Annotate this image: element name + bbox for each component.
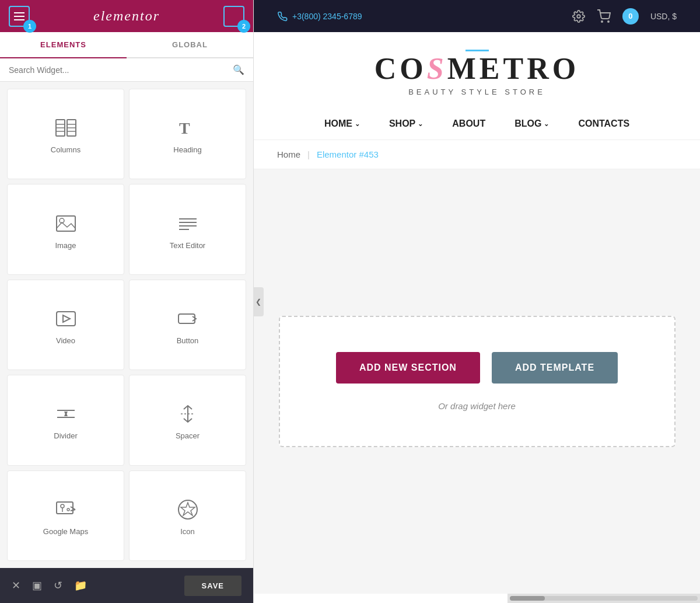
search-icon: 🔍 [233,64,244,75]
panel-header: elementor [0,0,253,32]
left-panel: elementor 1 2 ELEMENTS GLOBAL 🔍 [0,0,254,603]
scrollbar-thumb[interactable] [510,596,545,601]
breadcrumb-separator: | [307,149,310,159]
cta-buttons: ADD NEW SECTION ADD TEMPLATE [336,352,618,384]
svg-rect-17 [178,314,195,323]
nav-contacts[interactable]: CONTACTS [578,118,629,129]
svg-point-32 [608,21,609,22]
site-header: +3(800) 2345-6789 0 USD, $ [254,0,700,32]
widget-image[interactable]: Image [7,184,124,274]
nav-home[interactable]: HOME ⌄ [324,118,360,129]
site-phone: +3(800) 2345-6789 [277,11,362,22]
svg-rect-15 [57,312,75,326]
nav-about[interactable]: ABOUT [452,118,485,129]
nav-blog[interactable]: BLOG ⌄ [514,118,549,129]
breadcrumb: Home | Elementor #453 [254,140,700,169]
widget-icon-label: Icon [180,527,195,536]
spacer-icon [176,402,200,426]
nav-shop[interactable]: SHOP ⌄ [389,118,423,129]
google-maps-icon [54,498,78,521]
drag-hint: Or drag widget here [438,401,516,411]
collapse-panel-handle[interactable]: ❮ [253,287,264,316]
save-button[interactable]: SAVE [184,576,242,596]
image-icon [54,212,78,235]
close-icon[interactable]: ✕ [12,579,20,592]
svg-point-31 [601,21,603,22]
nav-shop-chevron: ⌄ [418,120,423,128]
svg-point-30 [577,15,580,18]
scrollbar-track [510,596,698,601]
phone-icon [277,11,288,22]
icon-widget-icon [176,498,200,521]
svg-text:T: T [179,119,190,137]
history-icon[interactable]: ↺ [54,579,62,592]
widget-divider-label: Divider [54,431,77,440]
cart-icon[interactable] [597,9,611,23]
svg-rect-9 [57,216,75,231]
button-icon [176,307,200,330]
nav-home-chevron: ⌄ [355,120,360,128]
heading-icon: T [176,116,200,140]
cart-count-badge: 0 [622,8,639,25]
nav-blog-chevron: ⌄ [544,120,549,128]
widget-heading-label: Heading [173,145,201,154]
widget-text-editor[interactable]: Text Editor [129,184,246,274]
widget-button[interactable]: Button [129,280,246,370]
breadcrumb-home[interactable]: Home [277,149,300,159]
svg-rect-25 [57,502,73,514]
site-logo-text: COSMETRO [374,54,579,84]
phone-number: +3(800) 2345-6789 [292,12,362,21]
elementor-logo: elementor [93,8,160,24]
add-template-button[interactable]: ADD TEMPLATE [492,352,618,384]
drop-zone[interactable]: ADD NEW SECTION ADD TEMPLATE Or drag wid… [279,316,676,447]
video-icon [54,307,78,330]
responsive-icon[interactable]: ▣ [32,579,42,592]
search-input[interactable] [9,65,233,75]
tab-elements[interactable]: ELEMENTS [0,32,127,57]
search-bar: 🔍 [0,58,253,82]
svg-point-26 [61,504,64,508]
widget-heading[interactable]: T Heading [129,89,246,179]
widget-google-maps[interactable]: Google Maps [7,470,124,561]
widget-video-label: Video [56,336,75,345]
settings-icon[interactable] [572,10,585,23]
widget-columns-label: Columns [51,145,80,154]
badge-1: 1 [23,20,36,33]
currency-display: USD, $ [650,12,677,21]
site-nav: HOME ⌄ SHOP ⌄ ABOUT BLOG ⌄ CONTACTS [254,108,700,140]
widget-google-maps-label: Google Maps [43,527,88,536]
svg-marker-29 [181,503,195,515]
widget-spacer-label: Spacer [176,431,200,440]
widget-image-label: Image [55,241,76,250]
widget-grid: Columns T Heading Image [0,82,253,568]
bottom-toolbar: ✕ ▣ ↺ 📁 SAVE [0,568,253,603]
columns-icon [54,116,78,140]
widget-button-label: Button [177,336,199,345]
logo-underline [466,50,489,51]
svg-point-27 [67,508,69,511]
header-actions: 0 USD, $ [572,8,677,25]
canvas-area: +3(800) 2345-6789 0 USD, $ COSMETRO BEAU… [254,0,700,603]
site-logo-section: COSMETRO BEAUTY STYLE STORE [254,32,700,108]
widget-video[interactable]: Video [7,280,124,370]
widget-columns[interactable]: Columns [7,89,124,179]
breadcrumb-current: Elementor #453 [317,149,379,159]
widget-spacer[interactable]: Spacer [129,375,246,465]
tab-global[interactable]: GLOBAL [127,32,253,57]
widget-divider[interactable]: Divider [7,375,124,465]
widget-icon[interactable]: Icon [129,470,246,561]
panel-tabs: ELEMENTS GLOBAL [0,32,253,58]
divider-icon [54,402,78,426]
widget-text-editor-label: Text Editor [170,241,205,250]
folder-icon[interactable]: 📁 [74,579,87,592]
add-new-section-button[interactable]: ADD NEW SECTION [336,352,480,384]
site-logo-subtitle: BEAUTY STYLE STORE [408,88,545,96]
toolbar-left: ✕ ▣ ↺ 📁 [12,579,87,592]
bottom-scrollbar[interactable] [508,594,700,603]
badge-2: 2 [237,20,250,33]
svg-marker-16 [63,315,70,322]
text-editor-icon [176,212,200,235]
canvas-content: ADD NEW SECTION ADD TEMPLATE Or drag wid… [254,169,700,594]
